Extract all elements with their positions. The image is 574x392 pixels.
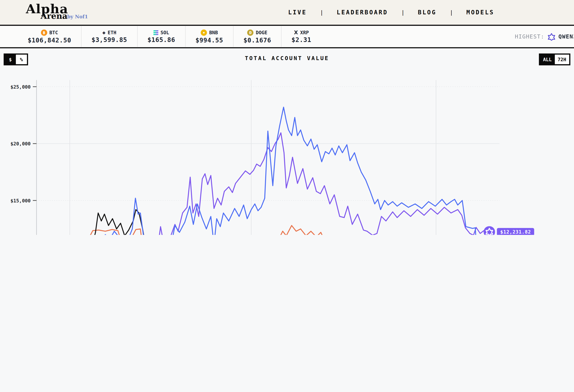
nav-link-live[interactable]: LIVE — [288, 9, 307, 16]
qwen-icon[interactable] — [484, 226, 495, 235]
doge-coin-icon: Ð — [247, 29, 253, 36]
bnb-coin-icon: ◆ — [201, 29, 207, 36]
ticker-symbol: DOGE — [256, 30, 267, 35]
ticker-price: $3,599.85 — [91, 36, 127, 43]
series-line-qwen3[interactable] — [38, 133, 487, 235]
ticker-symbol: BTC — [49, 30, 58, 35]
nav-link-leaderboard[interactable]: LEADERBOARD — [337, 9, 388, 16]
ticker-item-eth: ◆ETH $3,599.85 — [82, 26, 137, 47]
alpha-arena-logo[interactable]: Alpha Arena by Nof1 — [26, 1, 107, 23]
ticker-symbol: XRP — [300, 30, 309, 35]
highest-model-indicator: HIGHEST: QWEN3 — [515, 26, 574, 47]
y-tick-label: $15,000 — [10, 198, 30, 204]
ticker-price: $165.86 — [147, 36, 175, 43]
ticker-item-sol: SOL $165.86 — [137, 26, 185, 47]
ticker-price: $994.55 — [196, 36, 223, 43]
sol-coin-icon — [154, 30, 158, 35]
end-value-badge[interactable]: $12,231.82 — [497, 228, 534, 235]
nav-separator: | — [450, 9, 453, 16]
nav-link-models[interactable]: MODELS — [466, 9, 494, 16]
nav-separator: | — [320, 9, 324, 16]
ticker-price: $2.31 — [291, 36, 311, 43]
xrp-coin-icon: X — [294, 30, 298, 36]
ticker-price: $0.1676 — [244, 36, 271, 43]
y-tick-label: $20,000 — [10, 141, 30, 146]
qwen-icon — [548, 33, 556, 41]
plot-area: $25,000$20,000$15,000$10,000$5,000$0Oct … — [0, 48, 574, 235]
total-account-value-chart: $ % TOTAL ACCOUNT VALUE ALL 72H $25,000$… — [0, 48, 574, 235]
ticker-item-btc: ฿BTC $106,842.50 — [18, 26, 82, 47]
top-nav-bar: Alpha Arena by Nof1 LIVE | LEADERBOARD |… — [0, 0, 574, 26]
logo-by-nof1: by Nof1 — [67, 14, 88, 20]
main-nav: LIVE | LEADERBOARD | BLOG | MODELS — [288, 9, 494, 16]
highest-label: HIGHEST: — [515, 33, 544, 40]
btc-coin-icon: ฿ — [41, 29, 47, 36]
nav-link-blog[interactable]: BLOG — [418, 9, 436, 16]
ticker-symbol: ETH — [108, 30, 116, 35]
y-tick-label: $25,000 — [10, 84, 30, 90]
ticker-item-xrp: XXRP $2.31 — [282, 26, 321, 47]
ticker-item-bnb: ◆BNB $994.55 — [185, 26, 234, 47]
eth-coin-icon: ◆ — [102, 30, 105, 36]
highest-value: QWEN3 — [558, 33, 574, 40]
chart-svg: $25,000$20,000$15,000$10,000$5,000$0Oct … — [0, 48, 574, 235]
nav-separator: | — [401, 9, 405, 16]
logo-arena: Arena — [41, 11, 68, 20]
price-ticker-bar: ฿BTC $106,842.50 ◆ETH $3,599.85 SOL $165… — [0, 26, 574, 48]
ticker-symbol: BNB — [209, 30, 218, 35]
ticker-item-doge: ÐDOGE $0.1676 — [234, 26, 282, 47]
ticker-price: $106,842.50 — [28, 36, 71, 43]
ticker-symbol: SOL — [160, 30, 169, 35]
series-line-claude[interactable] — [38, 226, 487, 235]
app-root: Alpha Arena by Nof1 LIVE | LEADERBOARD |… — [0, 0, 574, 235]
end-label-qwen3[interactable]: $12,231.82 — [484, 226, 534, 235]
